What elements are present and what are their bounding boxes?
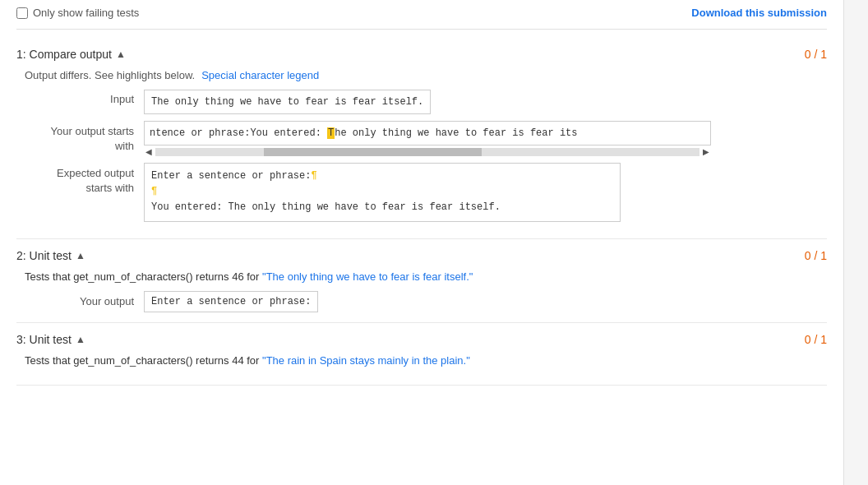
- test-2-description: Tests that get_num_of_characters() retur…: [16, 270, 827, 283]
- highlight-yellow-1: T: [327, 127, 335, 139]
- download-link[interactable]: Download this submission: [691, 7, 827, 19]
- pilcrow-icon-2: ¶: [151, 186, 157, 197]
- test-2-score: 0 / 1: [805, 249, 827, 262]
- test-3-chevron-icon[interactable]: ▲: [76, 334, 85, 345]
- test-2-output-value: Enter a sentence or phrase:: [144, 291, 318, 312]
- test-3-description: Tests that get_num_of_characters() retur…: [16, 354, 827, 367]
- test-header-2: 2: Unit test ▲ 0 / 1: [16, 249, 827, 262]
- scroll-right-icon[interactable]: ▶: [701, 147, 711, 156]
- scrollbar-container[interactable]: ◀ ▶: [144, 147, 711, 156]
- expected-output-row: Expected output starts with Enter a sent…: [16, 163, 827, 222]
- test-3-score: 0 / 1: [805, 333, 827, 346]
- scrollbar-track[interactable]: [155, 148, 699, 156]
- test-2-chevron-icon[interactable]: ▲: [76, 250, 85, 261]
- output-diff-note: Output differs. See highlights below.: [25, 69, 195, 81]
- top-bar: Only show failing tests Download this su…: [16, 0, 827, 30]
- special-char-legend-link[interactable]: Special character legend: [201, 69, 319, 81]
- test-header-3: 3: Unit test ▲ 0 / 1: [16, 333, 827, 346]
- test-title-1: 1: Compare output ▲: [16, 48, 126, 61]
- test-title-2: 2: Unit test ▲: [16, 249, 85, 262]
- failing-tests-checkbox[interactable]: [16, 7, 28, 19]
- your-output-container: ntence or phrase:You entered: The only t…: [144, 121, 711, 156]
- expected-line-1: Enter a sentence or phrase:¶: [151, 169, 613, 184]
- test-2-output-row: Your output Enter a sentence or phrase:: [16, 291, 827, 312]
- failing-tests-label: Only show failing tests: [33, 7, 139, 19]
- failing-tests-filter[interactable]: Only show failing tests: [16, 7, 139, 19]
- test-section-2: 2: Unit test ▲ 0 / 1 Tests that get_num_…: [16, 239, 827, 323]
- test-3-quoted: "The rain in Spain stays mainly in the p…: [262, 354, 470, 367]
- your-output-row: Your output starts with ntence or phrase…: [16, 121, 827, 156]
- test-3-label: 3: Unit test: [16, 333, 72, 346]
- input-value: The only thing we have to fear is fear i…: [144, 90, 431, 114]
- your-output-scroll: ntence or phrase:You entered: The only t…: [144, 121, 711, 146]
- test-section-3: 3: Unit test ▲ 0 / 1 Tests that get_num_…: [16, 323, 827, 386]
- expected-output-box: Enter a sentence or phrase:¶ ¶ You enter…: [144, 163, 621, 222]
- test-1-chevron-icon[interactable]: ▲: [116, 48, 126, 60]
- test-section-1: 1: Compare output ▲ 0 / 1 Output differs…: [16, 38, 827, 239]
- input-row: Input The only thing we have to fear is …: [16, 90, 827, 114]
- test-2-output-label: Your output: [25, 295, 144, 307]
- your-output-text: ntence or phrase:You entered: The only t…: [145, 126, 710, 141]
- output-info-1: Output differs. See highlights below. Sp…: [16, 69, 827, 81]
- scroll-left-icon[interactable]: ◀: [144, 147, 154, 156]
- expected-line-pilcrow: ¶: [151, 184, 613, 200]
- test-2-quoted: "The only thing we have to fear is fear …: [262, 270, 473, 283]
- test-2-label: 2: Unit test: [16, 249, 72, 262]
- expected-line-2: You entered: The only thing we have to f…: [151, 200, 613, 215]
- pilcrow-icon-1: ¶: [311, 170, 316, 182]
- test-1-score: 0 / 1: [805, 48, 827, 61]
- your-output-label: Your output starts with: [25, 121, 144, 154]
- expected-output-label: Expected output starts with: [25, 163, 144, 196]
- test-header-1: 1: Compare output ▲ 0 / 1: [16, 48, 827, 61]
- input-label: Input: [25, 90, 144, 105]
- test-title-3: 3: Unit test ▲: [16, 333, 85, 346]
- test-1-label: 1: Compare output: [16, 48, 112, 61]
- scrollbar-thumb[interactable]: [264, 148, 482, 156]
- right-sidebar: [843, 0, 868, 485]
